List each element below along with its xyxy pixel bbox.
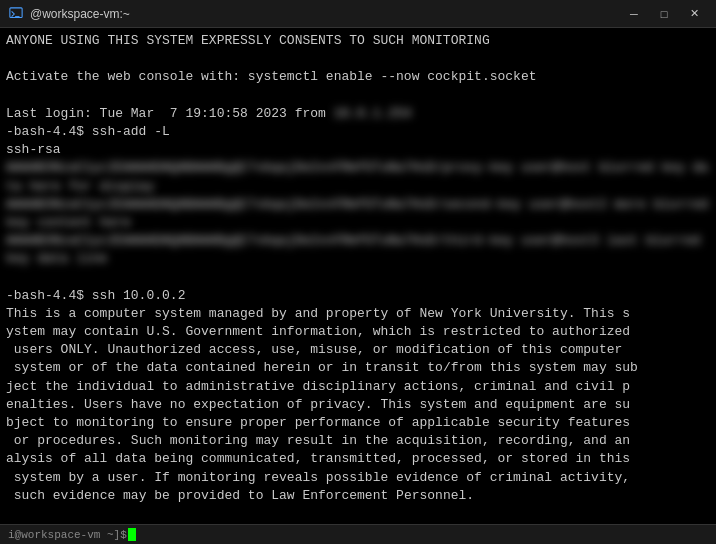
title-bar-controls: ─ □ ✕ — [620, 3, 708, 25]
title-bar-left: @workspace-vm:~ — [8, 6, 130, 22]
line-ssh-add: -bash-4.4$ ssh-add -L — [6, 123, 710, 141]
line-nyu-1: This is a computer system managed by and… — [6, 305, 710, 323]
line-blurred-key-3: AAAAB3NzaC1yc2EAAAADAQABAAABgQC7vbqajDe2… — [6, 232, 710, 268]
terminal-body[interactable]: ANYONE USING THIS SYSTEM EXPRESSLY CONSE… — [0, 28, 716, 524]
maximize-button[interactable]: □ — [650, 3, 678, 25]
blurred-key-1: AAAAB3NzaC1yc2EAAAADAQABAAABgQC7vbqajDe2… — [6, 160, 708, 193]
cursor — [128, 528, 136, 541]
minimize-button[interactable]: ─ — [620, 3, 648, 25]
bottom-bar: i@workspace-vm ~]$ — [0, 524, 716, 544]
blurred-ip-1: 10.0.1.254 — [334, 106, 412, 121]
line-cockpit-1: Activate the web console with: systemctl… — [6, 68, 710, 86]
line-nyu-9: alysis of all data being communicated, t… — [6, 450, 710, 468]
line-nyu-6: enalties. Users have no expectation of p… — [6, 396, 710, 414]
line-ssh-connect: -bash-4.4$ ssh 10.0.0.2 — [6, 287, 710, 305]
title-bar: @workspace-vm:~ ─ □ ✕ — [0, 0, 716, 28]
line-nyu-5: ject the individual to administrative di… — [6, 378, 710, 396]
line-consent-1: ANYONE USING THIS SYSTEM EXPRESSLY CONSE… — [6, 32, 710, 50]
blurred-key-3: AAAAB3NzaC1yc2EAAAADAQABAAABgQC7vbqajDe2… — [6, 233, 708, 266]
line-nyu-3: users ONLY. Unauthorized access, use, mi… — [6, 341, 710, 359]
line-blurred-key-1: AAAAB3NzaC1yc2EAAAADAQABAAABgQC7vbqajDe2… — [6, 159, 710, 195]
line-nyu-8: or procedures. Such monitoring may resul… — [6, 432, 710, 450]
blurred-key-2: AAAAB3NzaC1yc2EAAAADAQABAAABgQC7vbqajDe2… — [6, 197, 716, 230]
line-nyu-10: system by a user. If monitoring reveals … — [6, 469, 710, 487]
line-nyu-7: bject to monitoring to ensure proper per… — [6, 414, 710, 432]
line-ssh-rsa: ssh-rsa — [6, 141, 710, 159]
line-blank-1 — [6, 50, 710, 68]
title-text: @workspace-vm:~ — [30, 7, 130, 21]
close-button[interactable]: ✕ — [680, 3, 708, 25]
terminal-window: @workspace-vm:~ ─ □ ✕ ANYONE USING THIS … — [0, 0, 716, 544]
line-last-login-1: Last login: Tue Mar 7 19:10:58 2023 from… — [6, 105, 710, 123]
line-nyu-11: such evidence may be provided to Law Enf… — [6, 487, 710, 505]
line-blurred-key-2: AAAAB3NzaC1yc2EAAAADAQABAAABgQC7vbqajDe2… — [6, 196, 710, 232]
line-nyu-4: system or of the data contained herein o… — [6, 359, 710, 377]
line-blank-2 — [6, 87, 710, 105]
prompt-text: i@workspace-vm ~]$ — [8, 529, 127, 541]
line-nyu-2: ystem may contain U.S. Government inform… — [6, 323, 710, 341]
line-blank-3 — [6, 268, 710, 286]
line-blank-4 — [6, 505, 710, 523]
terminal-icon — [8, 6, 24, 22]
